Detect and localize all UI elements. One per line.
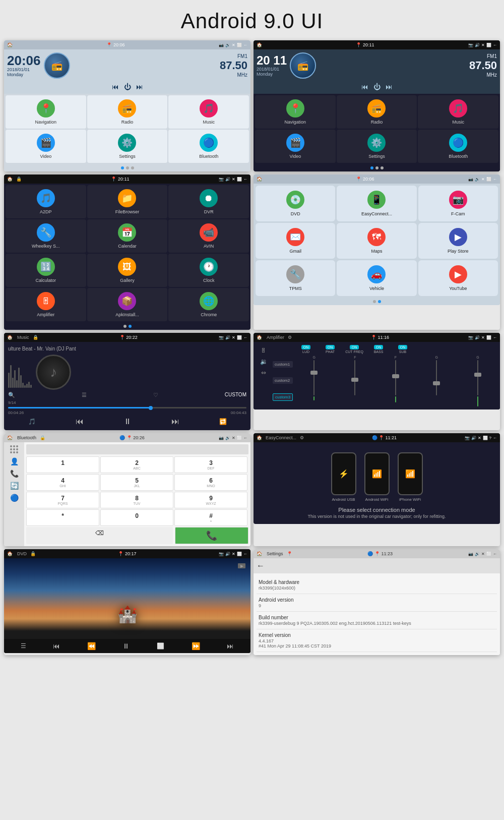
home-icon-amp[interactable]: 🏠 bbox=[257, 335, 262, 340]
app-wheelkey[interactable]: 🔧 Wheelkey S... bbox=[6, 219, 86, 253]
preset-custom3[interactable]: custom3 bbox=[273, 393, 293, 401]
key-5[interactable]: 5JKL bbox=[100, 474, 173, 491]
phat-toggle[interactable]: ON bbox=[326, 345, 335, 349]
slider-sub[interactable] bbox=[477, 360, 478, 395]
dvd-play-pause-btn[interactable]: ⏸ bbox=[122, 642, 130, 650]
home-icon-settings[interactable]: 🏠 bbox=[257, 551, 262, 556]
music-next-btn[interactable]: ⏭ bbox=[171, 417, 179, 426]
key-1[interactable]: 1 bbox=[26, 456, 99, 473]
home-icon[interactable]: 🏠 bbox=[7, 42, 13, 47]
key-3[interactable]: 3DEF bbox=[174, 456, 247, 473]
key-star[interactable]: * bbox=[26, 509, 99, 526]
amp-back-icon[interactable]: ← bbox=[493, 335, 497, 340]
dvd-square-icon[interactable]: ⬜ bbox=[157, 642, 164, 650]
music-list-icon[interactable]: ☰ bbox=[82, 392, 87, 398]
app-vehicle[interactable]: 🚗 Vehicle bbox=[337, 260, 416, 296]
eq-sliders-icon[interactable]: 🎚 bbox=[261, 347, 267, 354]
key-6[interactable]: 6MNO bbox=[174, 474, 247, 491]
key-4[interactable]: 4GHI bbox=[26, 474, 99, 491]
music-heart-icon[interactable]: ♡ bbox=[153, 392, 158, 398]
app-video-dark[interactable]: 🎬 Video bbox=[255, 130, 336, 163]
key-8[interactable]: 8TUV bbox=[100, 492, 173, 508]
key-9[interactable]: 9WXYZ bbox=[174, 492, 247, 508]
home-icon-apps2[interactable]: 🏠 bbox=[257, 177, 262, 182]
phone-iphone-wifi[interactable]: 📶 iPhone WiFi bbox=[398, 452, 423, 502]
home-icon-easy[interactable]: 🏠 bbox=[257, 435, 262, 440]
setting-kernel[interactable]: Kernel version 4.4.167#41 Mon Apr 29 11:… bbox=[257, 629, 497, 652]
slider-phat[interactable] bbox=[354, 360, 355, 395]
app-amplifier[interactable]: 🎚 Amplifier bbox=[6, 288, 86, 321]
app-settings[interactable]: ⚙️ Settings bbox=[87, 130, 168, 163]
app-bluetooth-dark[interactable]: 🔵 Bluetooth bbox=[418, 130, 498, 163]
bass-toggle[interactable]: ON bbox=[374, 345, 384, 349]
app-filebrowser[interactable]: 📁 FileBrowser bbox=[87, 185, 168, 218]
dvd-skip-back-icon[interactable]: ⏮ bbox=[53, 642, 60, 650]
music-prev-btn[interactable]: ⏮ bbox=[76, 417, 84, 426]
app-gmail[interactable]: ✉️ Gmail bbox=[256, 223, 335, 259]
app-chrome[interactable]: 🌐 Chrome bbox=[168, 288, 249, 321]
apps2-back-icon[interactable]: ← bbox=[493, 177, 497, 182]
preset-custom2[interactable]: custom2 bbox=[273, 377, 293, 384]
slider-lud[interactable] bbox=[313, 360, 314, 395]
back-icon[interactable]: ← bbox=[243, 43, 247, 47]
back-icon-2[interactable]: ← bbox=[493, 43, 497, 47]
preset-custom1[interactable]: custom1 bbox=[273, 361, 293, 368]
slider-cutfreq[interactable] bbox=[395, 360, 396, 395]
app-music[interactable]: 🎵 Music bbox=[168, 95, 249, 129]
key-2[interactable]: 2ABC bbox=[100, 456, 173, 473]
key-del[interactable]: ⌫ bbox=[26, 527, 173, 544]
phone-android-wifi[interactable]: 📶 Android WiFi bbox=[364, 452, 390, 502]
lud-toggle[interactable]: ON bbox=[301, 345, 311, 349]
app-radio-dark[interactable]: 📻 Radio bbox=[337, 95, 417, 129]
phone-android-usb[interactable]: ⚡ Android USB bbox=[331, 452, 356, 502]
sub-toggle[interactable]: ON bbox=[398, 345, 408, 349]
dvd-back-icon[interactable]: ← bbox=[243, 552, 247, 556]
power-btn-dark[interactable]: ⏻ bbox=[373, 83, 381, 91]
eq-expand-icon[interactable]: ⇔ bbox=[261, 369, 266, 376]
music-play-pause-btn[interactable]: ⏸ bbox=[123, 417, 132, 426]
home-icon-apps1[interactable]: 🏠 bbox=[7, 177, 13, 182]
music-back-icon[interactable]: ← bbox=[243, 335, 247, 340]
music-playlist-icon[interactable]: 🎵 bbox=[28, 418, 36, 425]
cutfreq-toggle[interactable]: ON bbox=[350, 345, 359, 349]
dvd-prev-icon[interactable]: ⏪ bbox=[87, 642, 96, 650]
easy-settings-icon[interactable]: ⚙ bbox=[300, 435, 304, 440]
app-navigation[interactable]: 📍 Navigation bbox=[6, 95, 86, 129]
app-clock[interactable]: 🕐 Clock bbox=[168, 254, 249, 287]
setting-android[interactable]: Android version 9 bbox=[257, 594, 497, 612]
slider-bass[interactable] bbox=[436, 360, 437, 395]
next-next-btn[interactable]: ⏭ bbox=[136, 83, 143, 91]
home-icon-dvd[interactable]: 🏠 bbox=[7, 551, 13, 556]
app-radio[interactable]: 📻 Radio bbox=[87, 95, 168, 129]
easy-back-icon[interactable]: ← bbox=[493, 436, 497, 440]
app-avin[interactable]: 📹 AVIN bbox=[168, 219, 249, 253]
easy-help-icon[interactable]: ? bbox=[489, 436, 491, 440]
settings-back-icon[interactable]: ← bbox=[493, 552, 497, 556]
app-tpms[interactable]: 🔧 TPMS bbox=[256, 260, 335, 296]
dvd-skip-forward-icon[interactable]: ⏭ bbox=[227, 642, 234, 650]
app-dvr[interactable]: ⏺ DVR bbox=[168, 185, 249, 218]
app-navigation-dark[interactable]: 📍 Navigation bbox=[255, 95, 336, 129]
app-settings-dark[interactable]: ⚙️ Settings bbox=[337, 130, 417, 163]
setting-build[interactable]: Build number rk3399-userdebug 9 PQ2A.190… bbox=[257, 612, 497, 629]
bt-sync-icon[interactable]: 🔄 bbox=[10, 482, 19, 490]
bt-call-icon[interactable]: 📞 bbox=[10, 470, 19, 478]
bt-contacts-icon[interactable]: 👤 bbox=[10, 457, 19, 465]
prev-prev-btn[interactable]: ⏮ bbox=[112, 83, 119, 91]
next-next-btn-dark[interactable]: ⏭ bbox=[386, 83, 393, 91]
bt-back-icon[interactable]: ← bbox=[243, 436, 247, 440]
settings-back-btn[interactable]: ← bbox=[257, 561, 265, 570]
key-hash[interactable]: #+ bbox=[174, 509, 247, 526]
app-dvd[interactable]: 💿 DVD bbox=[256, 186, 335, 221]
app-youtube[interactable]: ▶ YouTube bbox=[418, 260, 498, 296]
setting-model[interactable]: Model & hardware rk3399(1024x600) bbox=[257, 576, 497, 594]
app-a2dp[interactable]: 🎵 A2DP bbox=[6, 185, 86, 218]
key-call[interactable]: 📞 bbox=[175, 527, 248, 544]
dvd-video-area[interactable]: 🏰 ▶ bbox=[4, 558, 250, 639]
amp-settings-icon[interactable]: ⚙ bbox=[288, 335, 292, 340]
bt-bluetooth-icon[interactable]: 🔵 bbox=[10, 494, 19, 502]
app-calendar[interactable]: 📅 Calendar bbox=[87, 219, 168, 253]
music-repeat-icon[interactable]: 🔁 bbox=[219, 418, 227, 425]
apps1-back-icon[interactable]: ← bbox=[243, 177, 247, 182]
bt-input-display[interactable] bbox=[26, 444, 248, 454]
